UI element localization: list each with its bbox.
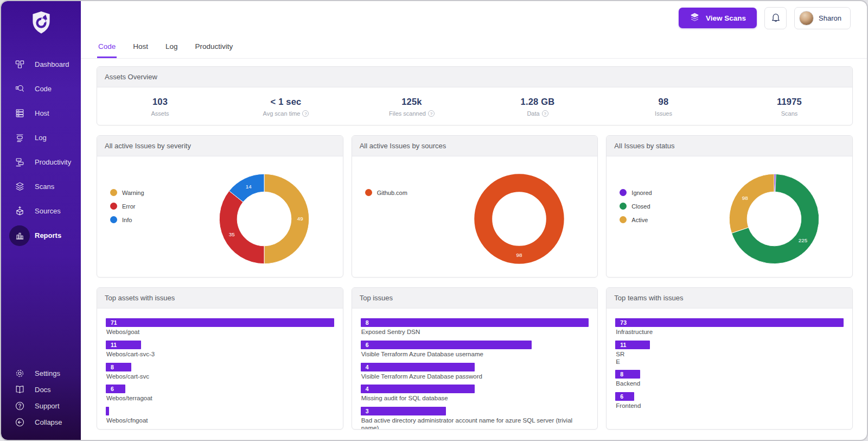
tab-bar: CodeHostLogProductivity: [81, 35, 867, 59]
bar-row: 8Webos/cart-svc: [106, 363, 334, 381]
stat-scans: 11975Scans: [726, 97, 852, 117]
legend-item: Active: [620, 216, 700, 223]
collapse-arrow-icon: [9, 412, 30, 432]
bar-value-label: 8: [361, 319, 369, 326]
donut-chart: 98: [445, 165, 593, 273]
view-scans-button[interactable]: View Scans: [679, 8, 757, 28]
bar-row: 3Bad active directory administrator acco…: [361, 407, 589, 430]
scans-stack-icon: [690, 12, 700, 24]
assets-overview-title: Assets Overview: [97, 67, 852, 87]
legend-label: Closed: [631, 203, 650, 210]
stat-label: Avg scan time?: [223, 110, 349, 117]
bar-category-label: Infrastructure: [616, 329, 844, 336]
donut-cards-grid: All active Issues by severityWarningErro…: [97, 135, 853, 278]
view-scans-label: View Scans: [706, 14, 746, 22]
sidebar-item-log[interactable]: Log: [1, 125, 81, 150]
legend-color-dot: [620, 216, 627, 223]
help-icon[interactable]: ?: [428, 110, 435, 117]
help-icon[interactable]: ?: [302, 110, 309, 117]
bar-chart-body: 8Exposed Sentry DSN6Visible Terraform Az…: [352, 308, 598, 430]
bar-category-label: Visible Terraform Azure Database usernam…: [361, 351, 589, 358]
donut-card-all-issues-by-status: All Issues by statusIgnoredClosedActive2…: [606, 135, 853, 278]
bar-row: 6Frontend: [615, 392, 844, 410]
bar-category-label: Webos/cfngoat: [106, 417, 334, 425]
legend-label: Github.com: [377, 190, 407, 196]
bar-row: 8Backend: [615, 370, 844, 388]
bar: 11: [106, 341, 141, 349]
bar-value-label: 11: [615, 342, 626, 348]
assets-overview-card: Assets Overview 103Assets< 1 secAvg scan…: [97, 66, 853, 125]
bar: 8: [615, 370, 640, 379]
bar-category-label: Visible Terraform Azure Database passwor…: [361, 373, 589, 381]
sidebar-item-settings[interactable]: Settings: [1, 365, 81, 381]
sidebar-item-label: Reports: [35, 231, 61, 240]
sidebar-item-scans[interactable]: Scans: [1, 174, 81, 199]
sidebar-item-code[interactable]: Code: [1, 77, 81, 101]
legend-label: Ignored: [631, 190, 652, 196]
help-icon[interactable]: ?: [542, 110, 548, 117]
bar-category-label: Missing audit for SQL database: [361, 395, 589, 402]
card-title: Top assets with issues: [97, 288, 343, 308]
svg-text:98: 98: [516, 252, 522, 258]
stat-value: 11975: [726, 97, 852, 107]
svg-text:98: 98: [742, 195, 748, 201]
chart-legend: Github.com: [365, 165, 445, 273]
bar-row: 11Webos/cart-svc-3: [106, 341, 334, 358]
stat-label: Data?: [475, 110, 601, 117]
stat-avg-scan-time: < 1 secAvg scan time?: [223, 97, 349, 117]
tab-code[interactable]: Code: [97, 39, 117, 58]
tab-productivity[interactable]: Productivity: [194, 39, 234, 58]
sidebar-item-dashboard[interactable]: Dashboard: [1, 52, 81, 77]
bar-row: 11SR E: [615, 341, 844, 366]
donut-card-all-active-issues-by-severity: All active Issues by severityWarningErro…: [97, 135, 343, 278]
stat-label: Files scanned?: [349, 110, 475, 117]
bar-row: 6Visible Terraform Azure Database userna…: [361, 341, 589, 358]
bar-value-label: 8: [615, 371, 623, 377]
bar: [106, 407, 109, 415]
bar-value-label: 6: [106, 386, 114, 392]
stat-label-text: Avg scan time: [263, 110, 301, 117]
donut-chart: 493514: [190, 165, 339, 273]
sidebar-item-reports[interactable]: Reports: [1, 223, 81, 248]
notifications-button[interactable]: [764, 7, 787, 29]
donut-card-all-active-issues-by-sources: All active Issues by sourcesGithub.com98: [352, 135, 598, 278]
sidebar-item-label: Docs: [35, 386, 51, 394]
stat-label-text: Data: [527, 110, 539, 117]
bar-category-label: Webos/terragoat: [106, 395, 334, 402]
tab-log[interactable]: Log: [164, 39, 179, 58]
sidebar-item-label: Support: [35, 402, 60, 410]
bar: 73: [615, 318, 844, 327]
bar-card-top-teams-with-issues: Top teams with issues73Infrastructure11S…: [606, 287, 853, 430]
legend-color-dot: [620, 203, 627, 210]
topbar: View Scans Sharon: [81, 1, 867, 35]
sidebar-item-sources[interactable]: Sources: [1, 199, 81, 223]
bar-row: 4Visible Terraform Azure Database passwo…: [361, 363, 589, 381]
sidebar-item-collapse[interactable]: Collapse: [1, 414, 81, 430]
app-logo[interactable]: [29, 11, 54, 38]
sidebar-spacer: [1, 248, 81, 365]
sidebar-item-label: Productivity: [35, 158, 71, 166]
sidebar-nav: DashboardCodeHostLogProductivityScansSou…: [1, 52, 81, 248]
sidebar-item-label: Settings: [35, 369, 60, 377]
bar-value-label: 4: [361, 386, 369, 392]
stat-issues: 98Issues: [601, 97, 726, 117]
bar: 4: [361, 385, 475, 393]
stat-label-text: Scans: [781, 110, 798, 117]
stat-value: 103: [97, 97, 223, 107]
sidebar-item-support[interactable]: Support: [1, 398, 81, 414]
sidebar-item-host[interactable]: Host: [1, 101, 81, 125]
sidebar-item-docs[interactable]: Docs: [1, 381, 81, 398]
bar-value-label: 6: [615, 393, 623, 400]
bar-category-label: Webos/goat: [106, 329, 334, 336]
sidebar-item-label: Dashboard: [35, 60, 69, 68]
bar-category-label: SR E: [616, 351, 844, 366]
stat-value: 125k: [349, 97, 475, 107]
sidebar-item-productivity[interactable]: Productivity: [1, 150, 81, 174]
bar: 3: [361, 407, 446, 415]
bar: 8: [106, 363, 131, 371]
bar-category-label: Bad active directory administrator accou…: [361, 417, 589, 430]
dashboard-icon: [9, 54, 30, 75]
tab-host[interactable]: Host: [132, 39, 149, 58]
bar-chart-body: 73Infrastructure11SR E8Backend6Frontend: [607, 308, 852, 418]
user-menu[interactable]: Sharon: [794, 7, 851, 29]
